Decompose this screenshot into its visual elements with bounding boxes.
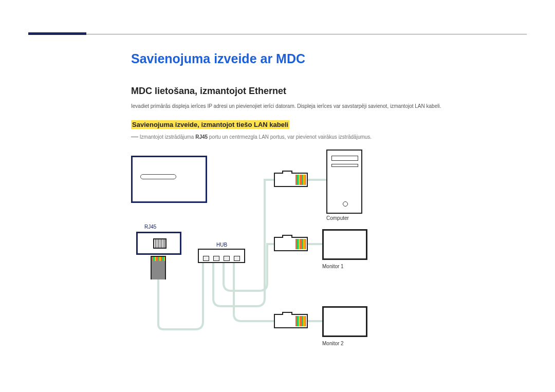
rj45-plug-icon	[274, 314, 308, 328]
connection-diagram: RJ45 HUB Computer Monitor 1 Monitor 2	[131, 150, 378, 370]
rj45-port-icon	[153, 238, 166, 249]
section-heading: MDC lietošana, izmantojot Ethernet	[131, 86, 527, 97]
subsection-heading: Savienojuma izveide, izmantojot tiešo LA…	[131, 120, 289, 129]
page-title: Savienojuma izveide ar MDC	[131, 51, 527, 66]
note-text: ― Izmantojot izstrādājuma RJ45 portu un …	[131, 132, 527, 140]
computer-slot-icon	[331, 164, 358, 167]
note-dash: ―	[131, 132, 138, 140]
hub-icon	[198, 249, 245, 263]
rj45-panel-icon	[136, 232, 181, 255]
page-content: Savienojuma izveide ar MDC MDC lietošana…	[131, 51, 527, 370]
computer-icon	[326, 150, 362, 214]
hub-port-icon	[203, 256, 209, 261]
rj45-plug-icon	[274, 237, 308, 251]
computer-power-icon	[343, 201, 348, 207]
rj45-plug-icon	[274, 173, 308, 187]
intro-text: Ievadiet primārās displeja ierīces IP ad…	[131, 103, 527, 109]
note-bold: RJ45	[195, 134, 208, 140]
monitor2-label: Monitor 2	[322, 341, 344, 346]
monitor2-icon	[322, 306, 367, 337]
top-divider	[28, 34, 527, 34]
hub-label: HUB	[216, 242, 227, 248]
note-before: Izmantojot izstrādājuma	[140, 134, 195, 140]
display-device-icon	[131, 156, 207, 203]
hub-port-icon	[234, 256, 240, 261]
rj45-label: RJ45	[144, 224, 156, 230]
note-after: portu un centrmezgla LAN portus, var pie…	[208, 134, 372, 140]
hub-port-icon	[213, 256, 219, 261]
monitor1-icon	[322, 229, 367, 260]
header-accent-bar	[28, 32, 86, 35]
computer-drive-icon	[331, 156, 358, 161]
hub-port-icon	[224, 256, 230, 261]
display-indicator	[140, 174, 176, 179]
rj45-plug-down-icon	[151, 256, 166, 279]
computer-label: Computer	[326, 215, 349, 221]
monitor1-label: Monitor 1	[322, 264, 344, 269]
